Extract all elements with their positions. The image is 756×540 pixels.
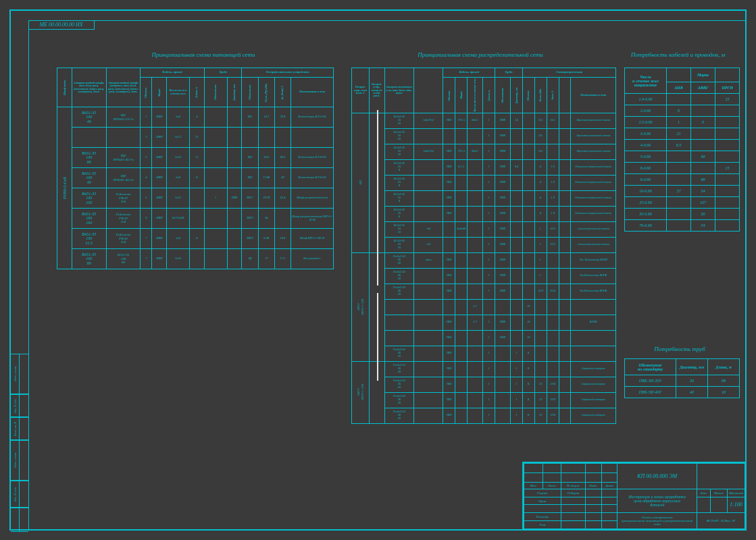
stub-cell — [19, 394, 28, 417]
cable-row: 1.9-0.6625 — [625, 94, 740, 105]
stub-cell: Подп. и дата — [11, 440, 19, 481]
feed-table: Шкаф вводн.Аппарат вводной шкафа, тип, I… — [57, 68, 334, 269]
dist-row: Рт2x2.50 36 20ПВ11ПВХ1.Точ.Вентилятор ВН… — [352, 268, 616, 284]
dist-row: ВА14-26 16 161x44x4x401ПВХ1.10.3Алмазно-… — [352, 221, 616, 237]
feed-row: РУВН-0,4 кВВА51-35 100 40Щ1 ПР8501-2117x… — [57, 107, 334, 128]
title-dist: Принципиальная схема распределительной с… — [386, 51, 575, 58]
cable-row: 4-0.666.5 — [625, 140, 740, 151]
dist-table: Распред. устр., тип Iном, АРаспред. устр… — [351, 68, 616, 424]
stub-cell — [19, 354, 28, 394]
dist-row: ВА14-26 16 8ПВ11ПВХ4.1.9Радиально-сверли… — [352, 206, 616, 221]
tb-sub: Схема электрическая принципиальная питаю… — [618, 513, 697, 529]
title-feed: Принципиальная схема питающей сети — [119, 51, 288, 58]
pipe-table: Обозначение по стандартуДиаметр, ммДлина… — [624, 358, 740, 398]
cable-row: 35-0.6630 — [625, 209, 740, 220]
drawing-frame: МЕ 00.00.00.00 ИХ Инв.№ подл.Подп. и дат… — [9, 9, 747, 531]
feed-row: ВА51-35 100 40Щ3 ПР8501-4517x4АВВГ5x48Щ3… — [57, 168, 334, 188]
dist-row: ВА14-26 16 161x4x1Px2ПВ11Y1.58x6.11ПВХ3.… — [352, 144, 616, 159]
stub-cell: Инв.№ дубл. — [11, 394, 19, 417]
pipe-row: ПВХ-ЭП 40У4018 — [625, 387, 740, 398]
feed-row: ВА51-35 160 160Рубильник РВ-20 2506АВВГ6… — [57, 209, 334, 229]
stub-cell: Подп. и дата — [11, 354, 19, 394]
dist-row: ШР2 ШРА-1-100Рт2x2.50 36 20автоПВ11ПВХ1.… — [352, 252, 616, 268]
title-block: КП 00.00.000 ЭМ ИзмЛист№ докум.Подп.Дата… — [522, 462, 745, 529]
stub-cell: Инв.№ подл. — [11, 481, 19, 508]
dist-row: Рт2x2.50 36 20ПВ1118.2219.8Сварочный апп… — [352, 392, 616, 408]
left-margin-stubs: Инв.№ подл.Подп. и датаВзам. инв.№Инв.№ … — [11, 20, 28, 532]
cable-row: 2.5-0.6616 — [625, 117, 740, 128]
stub-cell — [19, 417, 28, 440]
tb-doc: КП 00.00.000 ЭМ — [618, 464, 697, 489]
stub-cell — [19, 481, 28, 508]
dist-row: ПВ13.71ПВХ10ВННВ — [352, 315, 616, 330]
dist-row: ВА14-26 16 8ПВ11ПВХ4.1.9Радиально-сверли… — [352, 175, 616, 190]
dist-row: ВА14-26 16 8ПВ11ПВХ4.1.9Радиально-сверли… — [352, 190, 616, 206]
feed-row: ВА51-35 100 80ВА51-35 100 807АВВГ5x16Щ17… — [57, 249, 334, 269]
dist-row: Рт2x2.50 36 20ПВ1118.2219.8Сварочный апп… — [352, 408, 616, 423]
dist-row: ПВ11ПВХ10 — [352, 330, 616, 346]
cable-row: 70-0.6654 — [625, 220, 740, 232]
feed-row: 2АВВГ5x2.522 — [57, 128, 334, 148]
feed-row: ВА51-35 100 100Рубильник РВ-20 2505АВВГ5… — [57, 188, 334, 209]
dist-row: ВА14-26 16 8ПВ16.1.21ПВХ0.64.1.9Радиальн… — [352, 159, 616, 175]
stub-cell — [11, 508, 19, 532]
tb-scale: 1:100 — [727, 497, 745, 513]
bus-strip-2 — [377, 293, 378, 381]
dist-row: Рт2x2.50 36 20ПВ1118. — [352, 346, 616, 361]
title-block-grid: КП 00.00.000 ЭМ ИзмЛист№ докум.Подп.Дата… — [524, 463, 745, 529]
dist-row: Рт2x2.50 36 20ПВ11ПВХ10.320.4Точ.Вентиля… — [352, 284, 616, 299]
cable-row: 2-0.666 — [625, 105, 740, 117]
stub-cell — [19, 440, 28, 481]
tb-project: Инструкция к линии проработки цеха обраб… — [618, 489, 697, 512]
cable-row: 5-0.6668 — [625, 151, 740, 163]
cable-row: 8-0.6688 — [625, 174, 740, 186]
stub-cell — [19, 508, 28, 532]
bus-strip-1 — [377, 110, 378, 286]
stub-cell: Взам. инв.№ — [11, 417, 19, 440]
title-pipes: Потребность труб — [636, 346, 724, 352]
dist-row: ШР3 ШРА-1-100Рт2x2.50 36 20ПВ1118.Свароч… — [352, 361, 616, 377]
cable-row: 25-0.66107 — [625, 197, 740, 209]
dist-row: Щ1ВА14-26 16 161x4x1Px2ПВ11Y1.58x6.11ПВХ… — [352, 113, 616, 128]
pipe-row: ПВХ-ЭП 20У2068 — [625, 375, 740, 387]
dist-row: Рт2x2.50 36 20ПВ1118.2219.8Сварочный апп… — [352, 377, 616, 392]
cable-row: 16-0.662734 — [625, 186, 740, 197]
feed-row: ВА51-35 100 80Щ2 ПР8501-4517x3АВВГ5x1611… — [57, 148, 334, 168]
dist-row: ВА14-26 16 161ПВХ3.6.Абразивно-расточной… — [352, 128, 616, 144]
cable-row: 6-0.6615 — [625, 163, 740, 174]
dist-row: ВА14-26 16 161x41ПВХ1.10.3Алмазно-расточ… — [352, 237, 616, 252]
dist-row: 3.710 — [352, 299, 616, 315]
doc-code: МЕ 00.00.00.00 ИХ — [28, 20, 95, 30]
cable-table: Число и сечение жил напряжениеМаркаАПВАВ… — [624, 68, 740, 232]
cable-row: 3-0.6621 — [625, 128, 740, 140]
feed-row: ВА51-35 100 31,5Рубильник РВ-20 2507АВВГ… — [57, 229, 334, 249]
title-cables: Потребность кабелей и проводов, м — [619, 51, 737, 58]
